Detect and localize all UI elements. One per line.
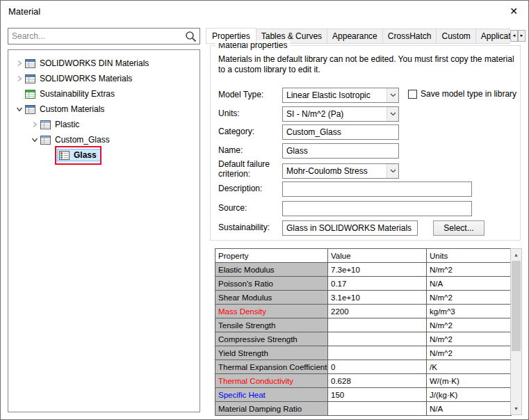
failure-criterion-select[interactable]: Mohr-Coulomb Stress — [282, 163, 399, 179]
material-category-icon — [40, 120, 53, 129]
scrollbar-thumb[interactable] — [512, 261, 521, 351]
property-value-cell[interactable]: 7.3e+10 — [328, 263, 427, 277]
tab-properties[interactable]: Properties — [206, 28, 257, 44]
table-row: Shear Modulus 3.1e+10 N/m^2 — [215, 291, 512, 305]
tab-crosshatch[interactable]: CrossHatch — [382, 29, 437, 43]
table-row: Compressive Strength N/m^2 — [215, 332, 512, 346]
material-properties-group: Material properties Materials in the def… — [210, 45, 521, 241]
property-value-cell[interactable] — [328, 402, 427, 416]
header-units: Units — [427, 249, 512, 263]
sustainability-field[interactable] — [282, 220, 418, 236]
title-bar: Material ✕ — [1, 1, 528, 22]
model-type-label: Model Type: — [218, 90, 281, 99]
table-scrollbar[interactable]: ▲ ▼ — [510, 248, 522, 415]
tree-item-label: Custom_Glass — [55, 135, 110, 145]
save-model-type-checkbox[interactable] — [408, 90, 417, 99]
chevron-down-icon[interactable] — [29, 136, 40, 143]
search-input[interactable] — [8, 29, 182, 44]
category-field[interactable] — [282, 124, 399, 140]
source-field[interactable] — [282, 201, 472, 216]
tab-scroll-right-icon[interactable]: ► — [518, 30, 526, 42]
property-name-cell: Tensile Strength — [215, 318, 328, 332]
material-icon — [59, 151, 72, 160]
tree-item-glass[interactable]: Glass — [8, 147, 200, 163]
units-label: Units: — [218, 108, 281, 118]
save-model-type-label: Save model type in library — [421, 89, 516, 99]
description-field[interactable] — [282, 181, 472, 197]
table-row: Tensile Strength N/m^2 — [215, 318, 512, 332]
table-header-row: Property Value Units — [215, 249, 512, 263]
tab-application-data[interactable]: Application Da — [475, 29, 510, 43]
material-dialog: Material ✕ SOLIDWORKS DIN Materials — [0, 0, 529, 420]
tree-item-custom-glass[interactable]: Custom_Glass — [8, 132, 200, 147]
chevron-right-icon[interactable] — [14, 60, 25, 67]
property-value-cell[interactable]: 0.17 — [328, 277, 427, 291]
tree-item-label: Plastic — [55, 120, 79, 129]
chevron-down-icon — [386, 88, 398, 102]
tree-item-label: SOLIDWORKS Materials — [40, 74, 132, 83]
select-button[interactable]: Select... — [433, 220, 485, 236]
tree-item-label: Glass — [74, 150, 97, 160]
search-icon[interactable] — [185, 31, 197, 45]
property-value-cell[interactable] — [328, 318, 427, 332]
sustainability-library-icon — [25, 90, 38, 99]
property-value-cell[interactable]: 3.1e+10 — [328, 291, 427, 305]
chevron-down-icon[interactable] — [14, 106, 25, 113]
tab-bar: Properties Tables & Curves Appearance Cr… — [206, 28, 510, 44]
tree-item-sustainability-extras[interactable]: Sustainability Extras — [8, 86, 200, 102]
table-row: Thermal Expansion Coefficient 0 /K — [215, 360, 512, 374]
scroll-down-icon[interactable]: ▼ — [511, 403, 521, 414]
material-library-icon — [25, 59, 38, 68]
tab-scroll-left-icon[interactable]: ◄ — [510, 30, 518, 42]
category-label: Category: — [218, 127, 281, 136]
property-units-cell: N/m^2 — [427, 332, 512, 346]
sustainability-label: Sustainability: — [218, 223, 281, 232]
tree-item-solidworks-materials[interactable]: SOLIDWORKS Materials — [8, 71, 200, 86]
tree-item-custom-materials[interactable]: Custom Materials — [8, 102, 200, 117]
chevron-right-icon[interactable] — [29, 121, 40, 128]
scroll-up-icon[interactable]: ▲ — [511, 250, 521, 261]
property-units-cell: W/(m·K) — [427, 374, 512, 388]
property-name-cell: Shear Modulus — [215, 291, 328, 305]
property-name-cell: Compressive Strength — [215, 332, 328, 346]
table-row: Thermal Conductivity 0.628 W/(m·K) — [215, 374, 512, 388]
property-name-cell: Thermal Conductivity — [215, 374, 328, 388]
property-value-cell[interactable]: 2200 — [328, 305, 427, 318]
property-units-cell: kg/m^3 — [427, 305, 512, 318]
close-button[interactable]: ✕ — [503, 3, 524, 19]
property-value-cell[interactable] — [328, 346, 427, 360]
close-icon: ✕ — [510, 6, 518, 17]
property-value-cell[interactable]: 0 — [328, 360, 427, 374]
name-field[interactable] — [282, 143, 399, 159]
model-type-value: Linear Elastic Isotropic — [283, 90, 386, 100]
tab-appearance[interactable]: Appearance — [327, 29, 383, 43]
model-type-select[interactable]: Linear Elastic Isotropic — [282, 88, 399, 103]
property-units-cell: N/m^2 — [427, 346, 512, 360]
property-units-cell: N/m^2 — [427, 291, 512, 305]
chevron-right-icon[interactable] — [14, 75, 25, 82]
property-name-cell: Yield Strength — [215, 346, 328, 360]
table-row: Elastic Modulus 7.3e+10 N/m^2 — [215, 263, 512, 277]
description-label: Description: — [218, 184, 281, 193]
source-label: Source: — [218, 203, 281, 213]
property-name-cell: Material Damping Ratio — [215, 402, 328, 416]
tree-item-solidworks-din-materials[interactable]: SOLIDWORKS DIN Materials — [8, 56, 200, 71]
failure-criterion-label: Default failure criterion: — [218, 159, 279, 179]
table-row: Poisson's Ratio 0.17 N/A — [215, 277, 512, 291]
property-name-cell: Thermal Expansion Coefficient — [215, 360, 328, 374]
property-value-cell[interactable] — [328, 332, 427, 346]
material-library-icon — [25, 105, 38, 114]
units-select[interactable]: SI - N/m^2 (Pa) — [282, 106, 399, 122]
tab-custom[interactable]: Custom — [436, 29, 475, 43]
name-label: Name: — [218, 145, 281, 155]
selected-tree-item[interactable]: Glass — [57, 149, 101, 161]
chevron-down-icon — [386, 107, 398, 121]
property-name-cell: Poisson's Ratio — [215, 277, 328, 291]
default-library-notice: Materials in the default library can not… — [218, 54, 520, 75]
property-value-cell[interactable]: 150 — [328, 388, 427, 402]
material-category-icon — [40, 136, 53, 145]
property-value-cell[interactable]: 0.628 — [328, 374, 427, 388]
property-units-cell: N/m^2 — [427, 318, 512, 332]
tree-item-plastic[interactable]: Plastic — [8, 117, 200, 132]
property-units-cell: N/m^2 — [427, 263, 512, 277]
